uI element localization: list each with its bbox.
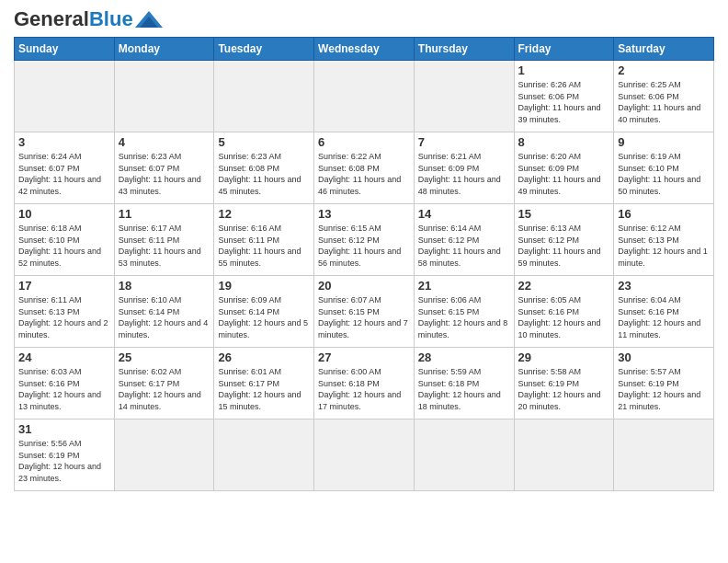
day-number: 6 [318, 135, 410, 149]
day-number: 14 [418, 207, 510, 221]
day-info: Sunrise: 6:03 AM Sunset: 6:16 PM Dayligh… [18, 366, 110, 412]
day-number: 24 [18, 350, 110, 364]
day-info: Sunrise: 6:00 AM Sunset: 6:18 PM Dayligh… [318, 366, 410, 412]
day-info: Sunrise: 6:13 AM Sunset: 6:12 PM Dayligh… [518, 223, 610, 269]
day-cell: 29Sunrise: 5:58 AM Sunset: 6:19 PM Dayli… [514, 348, 614, 419]
col-header-monday: Monday [114, 38, 214, 61]
day-info: Sunrise: 6:21 AM Sunset: 6:09 PM Dayligh… [418, 151, 510, 197]
day-info: Sunrise: 6:02 AM Sunset: 6:17 PM Dayligh… [119, 366, 210, 412]
day-cell: 19Sunrise: 6:09 AM Sunset: 6:14 PM Dayli… [214, 276, 314, 348]
day-info: Sunrise: 6:10 AM Sunset: 6:14 PM Dayligh… [119, 294, 210, 340]
week-row-1: 1Sunrise: 6:26 AM Sunset: 6:06 PM Daylig… [15, 61, 714, 132]
day-cell [314, 61, 415, 132]
logo-text: GeneralBlue [14, 9, 133, 29]
day-info: Sunrise: 6:12 AM Sunset: 6:13 PM Dayligh… [618, 223, 710, 269]
day-number: 20 [318, 279, 410, 293]
day-number: 10 [18, 207, 110, 221]
day-info: Sunrise: 6:22 AM Sunset: 6:08 PM Dayligh… [318, 151, 410, 197]
day-info: Sunrise: 6:17 AM Sunset: 6:11 PM Dayligh… [119, 223, 210, 269]
day-cell: 14Sunrise: 6:14 AM Sunset: 6:12 PM Dayli… [414, 204, 514, 276]
day-number: 12 [218, 207, 310, 221]
day-cell: 1Sunrise: 6:26 AM Sunset: 6:06 PM Daylig… [514, 61, 614, 132]
day-number: 17 [18, 279, 110, 293]
day-cell: 21Sunrise: 6:06 AM Sunset: 6:15 PM Dayli… [414, 276, 514, 348]
day-info: Sunrise: 5:57 AM Sunset: 6:19 PM Dayligh… [618, 366, 710, 412]
day-cell: 2Sunrise: 6:25 AM Sunset: 6:06 PM Daylig… [614, 61, 714, 132]
week-row-5: 24Sunrise: 6:03 AM Sunset: 6:16 PM Dayli… [15, 348, 714, 419]
day-cell [214, 419, 314, 491]
day-number: 27 [318, 350, 410, 364]
day-cell: 18Sunrise: 6:10 AM Sunset: 6:14 PM Dayli… [114, 276, 214, 348]
day-cell: 6Sunrise: 6:22 AM Sunset: 6:08 PM Daylig… [314, 132, 415, 204]
day-number: 16 [618, 207, 710, 221]
day-info: Sunrise: 6:07 AM Sunset: 6:15 PM Dayligh… [318, 294, 410, 340]
day-cell: 12Sunrise: 6:16 AM Sunset: 6:11 PM Dayli… [214, 204, 314, 276]
day-info: Sunrise: 6:20 AM Sunset: 6:09 PM Dayligh… [518, 151, 610, 197]
logo-blue: Blue [89, 7, 133, 30]
day-cell: 16Sunrise: 6:12 AM Sunset: 6:13 PM Dayli… [614, 204, 714, 276]
week-row-4: 17Sunrise: 6:11 AM Sunset: 6:13 PM Dayli… [15, 276, 714, 348]
day-number: 29 [518, 350, 610, 364]
day-info: Sunrise: 6:15 AM Sunset: 6:12 PM Dayligh… [318, 223, 410, 269]
day-info: Sunrise: 6:06 AM Sunset: 6:15 PM Dayligh… [418, 294, 510, 340]
day-cell: 30Sunrise: 5:57 AM Sunset: 6:19 PM Dayli… [614, 348, 714, 419]
col-header-friday: Friday [514, 38, 614, 61]
day-cell: 22Sunrise: 6:05 AM Sunset: 6:16 PM Dayli… [514, 276, 614, 348]
day-cell: 24Sunrise: 6:03 AM Sunset: 6:16 PM Dayli… [15, 348, 115, 419]
day-number: 22 [518, 279, 610, 293]
day-info: Sunrise: 6:14 AM Sunset: 6:12 PM Dayligh… [418, 223, 510, 269]
week-row-3: 10Sunrise: 6:18 AM Sunset: 6:10 PM Dayli… [15, 204, 714, 276]
day-cell [614, 419, 714, 491]
day-cell: 9Sunrise: 6:19 AM Sunset: 6:10 PM Daylig… [614, 132, 714, 204]
day-number: 5 [218, 135, 310, 149]
day-info: Sunrise: 6:05 AM Sunset: 6:16 PM Dayligh… [518, 294, 610, 340]
day-cell [414, 61, 514, 132]
day-number: 2 [618, 63, 710, 77]
day-number: 23 [618, 279, 710, 293]
col-header-saturday: Saturday [614, 38, 714, 61]
day-info: Sunrise: 5:56 AM Sunset: 6:19 PM Dayligh… [18, 438, 110, 484]
week-row-6: 31Sunrise: 5:56 AM Sunset: 6:19 PM Dayli… [15, 419, 714, 491]
day-info: Sunrise: 6:23 AM Sunset: 6:08 PM Dayligh… [218, 151, 310, 197]
day-info: Sunrise: 6:01 AM Sunset: 6:17 PM Dayligh… [218, 366, 310, 412]
day-cell [514, 419, 614, 491]
day-cell: 7Sunrise: 6:21 AM Sunset: 6:09 PM Daylig… [414, 132, 514, 204]
day-number: 8 [518, 135, 610, 149]
day-number: 25 [119, 350, 210, 364]
day-number: 3 [18, 135, 110, 149]
day-info: Sunrise: 6:18 AM Sunset: 6:10 PM Dayligh… [18, 223, 110, 269]
logo-general: General [14, 7, 89, 30]
day-info: Sunrise: 6:24 AM Sunset: 6:07 PM Dayligh… [18, 151, 110, 197]
day-cell: 3Sunrise: 6:24 AM Sunset: 6:07 PM Daylig… [15, 132, 115, 204]
day-info: Sunrise: 6:11 AM Sunset: 6:13 PM Dayligh… [18, 294, 110, 340]
day-cell: 15Sunrise: 6:13 AM Sunset: 6:12 PM Dayli… [514, 204, 614, 276]
day-number: 7 [418, 135, 510, 149]
day-cell: 25Sunrise: 6:02 AM Sunset: 6:17 PM Dayli… [114, 348, 214, 419]
day-number: 1 [518, 63, 610, 77]
day-cell: 11Sunrise: 6:17 AM Sunset: 6:11 PM Dayli… [114, 204, 214, 276]
calendar-table: SundayMondayTuesdayWednesdayThursdayFrid… [14, 37, 714, 491]
col-header-wednesday: Wednesday [314, 38, 415, 61]
day-cell: 8Sunrise: 6:20 AM Sunset: 6:09 PM Daylig… [514, 132, 614, 204]
day-number: 30 [618, 350, 710, 364]
day-info: Sunrise: 6:04 AM Sunset: 6:16 PM Dayligh… [618, 294, 710, 340]
day-number: 26 [218, 350, 310, 364]
day-cell [114, 419, 214, 491]
week-row-2: 3Sunrise: 6:24 AM Sunset: 6:07 PM Daylig… [15, 132, 714, 204]
day-cell: 13Sunrise: 6:15 AM Sunset: 6:12 PM Dayli… [314, 204, 415, 276]
day-cell [114, 61, 214, 132]
day-cell: 5Sunrise: 6:23 AM Sunset: 6:08 PM Daylig… [214, 132, 314, 204]
day-number: 15 [518, 207, 610, 221]
day-number: 31 [18, 422, 110, 436]
day-cell: 31Sunrise: 5:56 AM Sunset: 6:19 PM Dayli… [15, 419, 115, 491]
header: GeneralBlue [14, 9, 714, 29]
day-info: Sunrise: 6:25 AM Sunset: 6:06 PM Dayligh… [618, 79, 710, 125]
day-number: 28 [418, 350, 510, 364]
day-number: 9 [618, 135, 710, 149]
col-header-tuesday: Tuesday [214, 38, 314, 61]
day-info: Sunrise: 6:09 AM Sunset: 6:14 PM Dayligh… [218, 294, 310, 340]
day-cell: 17Sunrise: 6:11 AM Sunset: 6:13 PM Dayli… [15, 276, 115, 348]
day-cell [314, 419, 415, 491]
day-cell: 4Sunrise: 6:23 AM Sunset: 6:07 PM Daylig… [114, 132, 214, 204]
day-number: 19 [218, 279, 310, 293]
